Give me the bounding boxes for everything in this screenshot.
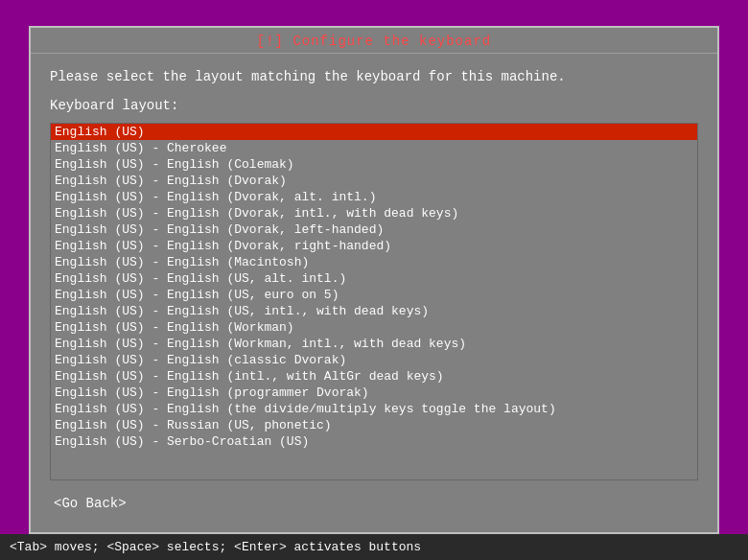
list-item[interactable]: English (US) xyxy=(51,124,697,140)
selects-label: selects; xyxy=(167,540,234,554)
list-item[interactable]: English (US) - English (the divide/multi… xyxy=(51,401,697,417)
list-item[interactable]: English (US) - English (Workman) xyxy=(51,319,697,336)
list-item[interactable]: English (US) - Cherokee xyxy=(51,140,697,156)
list-item[interactable]: English (US) - English (US, euro on 5) xyxy=(51,287,697,303)
moves-label: moves; xyxy=(55,540,107,554)
list-item[interactable]: English (US) - Serbo-Croatian (US) xyxy=(51,433,697,450)
list-item[interactable]: English (US) - English (Dvorak) xyxy=(51,173,697,189)
list-item[interactable]: English (US) - English (US, intl., with … xyxy=(51,303,697,319)
list-item[interactable]: English (US) - English (Dvorak, right-ha… xyxy=(51,238,697,254)
list-item[interactable]: English (US) - English (intl., with AltG… xyxy=(51,368,697,385)
list-item[interactable]: English (US) - English (Macintosh) xyxy=(51,254,697,270)
enter-key-label: <Enter> xyxy=(234,540,287,554)
list-item[interactable]: English (US) - English (Workman, intl., … xyxy=(51,336,697,352)
go-back-button[interactable]: <Go Back> xyxy=(50,494,130,513)
list-item[interactable]: English (US) - English (Dvorak, alt. int… xyxy=(51,189,697,205)
list-item[interactable]: English (US) - English (US, alt. intl.) xyxy=(51,270,697,287)
status-bar: <Tab> moves; <Space> selects; <Enter> ac… xyxy=(0,534,748,560)
main-window: [!] Configure the keyboard Please select… xyxy=(29,26,719,534)
buttons-label: buttons xyxy=(369,540,422,554)
content-area: Please select the layout matching the ke… xyxy=(31,54,717,532)
keyboard-layout-label: Keyboard layout: xyxy=(50,98,698,113)
list-item[interactable]: English (US) - Russian (US, phonetic) xyxy=(51,417,697,433)
keyboard-layout-list[interactable]: English (US)English (US) - CherokeeEngli… xyxy=(50,123,698,480)
list-item[interactable]: English (US) - English (programmer Dvora… xyxy=(51,385,697,401)
list-item[interactable]: English (US) - English (Dvorak, left-han… xyxy=(51,222,697,238)
activates-label: activates xyxy=(294,540,369,554)
actions-area: <Go Back> xyxy=(50,480,698,517)
list-item[interactable]: English (US) - English (Dvorak, intl., w… xyxy=(51,205,697,222)
title-bar: [!] Configure the keyboard xyxy=(31,28,717,54)
space-key-label: <Space> xyxy=(106,540,159,554)
window-title: [!] Configure the keyboard xyxy=(257,34,491,49)
list-item[interactable]: English (US) - English (Colemak) xyxy=(51,156,697,173)
description-text: Please select the layout matching the ke… xyxy=(50,69,698,84)
list-item[interactable]: English (US) - English (classic Dvorak) xyxy=(51,352,697,368)
status-bar-text: <Tab> moves; <Space> selects; <Enter> ac… xyxy=(10,540,421,554)
tab-key-label: <Tab> xyxy=(10,540,47,554)
